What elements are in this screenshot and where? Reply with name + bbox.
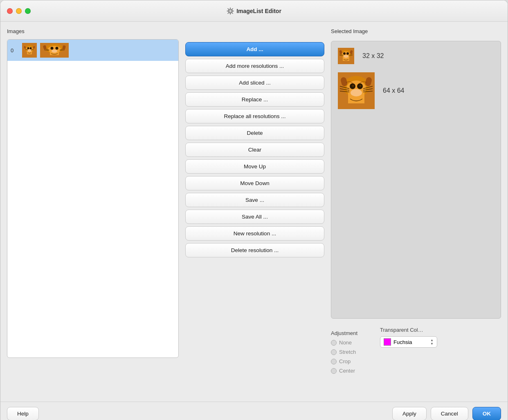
- color-name: Fuchsia: [393, 339, 428, 345]
- window-controls: [7, 8, 31, 14]
- images-list[interactable]: 0: [7, 39, 179, 358]
- main-content: Images 0: [0, 22, 508, 402]
- main-window: ImageList Editor Images 0: [0, 0, 508, 420]
- move-up-button[interactable]: Move Up: [185, 159, 324, 174]
- radio-center-circle[interactable]: [331, 368, 337, 374]
- svg-point-7: [27, 47, 29, 49]
- add-sliced-button[interactable]: Add sliced ...: [185, 76, 324, 90]
- replace-all-button[interactable]: Replace all resolutions ...: [185, 109, 324, 123]
- gear-icon: [227, 7, 234, 15]
- svg-point-20: [51, 47, 54, 50]
- radio-crop-label: Crop: [339, 358, 351, 364]
- size-label-64: 64 x 64: [383, 87, 404, 94]
- image-entry-64: 64 x 64: [338, 72, 494, 109]
- move-down-button[interactable]: Move Down: [185, 176, 324, 190]
- radio-center[interactable]: Center: [331, 368, 364, 374]
- radio-crop-circle[interactable]: [331, 359, 337, 364]
- add-more-button[interactable]: Add more resolutions ...: [185, 59, 324, 73]
- svg-point-50: [351, 89, 362, 96]
- selected-image-label: Selected Image: [331, 28, 501, 34]
- adjustment-area: Adjustment None Stretch Crop: [331, 324, 501, 379]
- radio-none-circle[interactable]: [331, 340, 337, 346]
- svg-point-22: [52, 49, 57, 53]
- svg-point-2: [229, 10, 231, 12]
- delete-resolution-button[interactable]: Delete resolution ...: [185, 243, 324, 257]
- radio-stretch[interactable]: Stretch: [331, 349, 364, 355]
- adjustment-radio-group: None Stretch Crop Center: [331, 340, 364, 374]
- adjustment-label: Adjustment: [331, 330, 364, 336]
- radio-stretch-label: Stretch: [339, 349, 356, 355]
- svg-point-35: [344, 55, 348, 58]
- close-button[interactable]: [7, 8, 13, 14]
- radio-center-label: Center: [339, 368, 355, 374]
- images-label: Images: [7, 28, 179, 34]
- transparent-color-section: Transparent Col… Fuchsia ▲ ▼: [380, 327, 437, 348]
- maximize-button[interactable]: [25, 8, 31, 14]
- stepper-arrows[interactable]: ▲ ▼: [430, 339, 434, 346]
- button-panel: Add ... Add more resolutions ... Add sli…: [185, 28, 324, 395]
- fuchsia-swatch: [384, 338, 391, 346]
- svg-point-33: [343, 52, 346, 55]
- svg-point-49: [360, 85, 362, 87]
- svg-point-8: [30, 47, 32, 49]
- image-row-0[interactable]: 0: [7, 40, 178, 61]
- new-resolution-button[interactable]: New resolution ...: [185, 226, 324, 241]
- radio-none-label: None: [339, 340, 352, 346]
- right-panel: Selected Image: [331, 28, 501, 395]
- titlebar: ImageList Editor: [0, 0, 508, 22]
- bottom-bar: Help Apply Cancel OK: [0, 402, 508, 420]
- size-label-32: 32 x 32: [362, 52, 384, 60]
- ok-button[interactable]: OK: [472, 407, 501, 420]
- apply-button[interactable]: Apply: [392, 407, 427, 420]
- radio-stretch-circle[interactable]: [331, 349, 337, 355]
- left-panel: Images 0: [7, 28, 179, 395]
- help-button[interactable]: Help: [7, 407, 39, 420]
- minimize-button[interactable]: [16, 8, 22, 14]
- svg-point-34: [346, 52, 349, 55]
- arrow-down-icon[interactable]: ▼: [430, 342, 434, 346]
- row-index: 0: [11, 47, 19, 54]
- arrow-up-icon[interactable]: ▲: [430, 339, 434, 342]
- selected-image-box: 32 x 32: [331, 41, 501, 319]
- add-button[interactable]: Add ...: [185, 42, 324, 56]
- clear-button[interactable]: Clear: [185, 143, 324, 157]
- tiger-thumb-64: [40, 43, 69, 58]
- transparent-color-dropdown[interactable]: Fuchsia ▲ ▼: [380, 336, 437, 348]
- delete-button[interactable]: Delete: [185, 126, 324, 140]
- svg-point-21: [56, 47, 58, 50]
- image-entry-32: 32 x 32: [338, 48, 494, 64]
- tiger-selected-64: [338, 72, 375, 109]
- transparent-color-label: Transparent Col…: [380, 327, 437, 333]
- save-all-button[interactable]: Save All ...: [185, 210, 324, 224]
- adjustment-section: Adjustment None Stretch Crop: [331, 327, 364, 377]
- bottom-right-buttons: Apply Cancel OK: [392, 407, 501, 420]
- cancel-button[interactable]: Cancel: [431, 407, 468, 420]
- replace-button[interactable]: Replace ...: [185, 92, 324, 107]
- radio-crop[interactable]: Crop: [331, 358, 364, 364]
- svg-point-9: [27, 49, 31, 52]
- tiger-selected-32: [338, 48, 354, 64]
- window-title: ImageList Editor: [227, 7, 281, 15]
- svg-point-48: [352, 85, 354, 87]
- save-button[interactable]: Save ...: [185, 193, 324, 207]
- tiger-thumb-32: [22, 43, 37, 58]
- radio-none[interactable]: None: [331, 340, 364, 346]
